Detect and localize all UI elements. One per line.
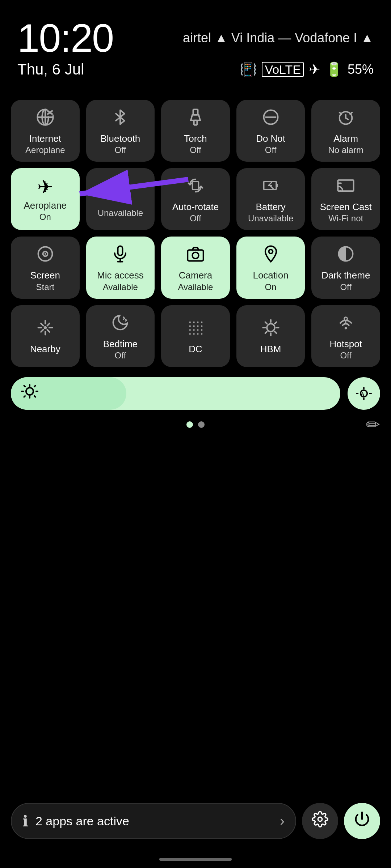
- bedtime-sublabel: Off: [115, 350, 126, 361]
- hotspot-label: Hotspot: [329, 339, 362, 350]
- screencast-label: Screen Cast: [320, 201, 372, 213]
- airplane-status-icon: ✈: [309, 61, 320, 77]
- svg-point-44: [197, 329, 198, 331]
- svg-line-57: [265, 322, 267, 324]
- wifi-unavail-sublabel: Unavailable: [98, 208, 143, 218]
- battery-icon: 🔋: [325, 61, 342, 77]
- battery-tile-icon: [261, 176, 280, 198]
- svg-point-40: [193, 325, 194, 327]
- tile-camera[interactable]: Camera Available: [161, 237, 230, 298]
- alarm-label: Alarm: [333, 133, 358, 144]
- battery-percent: 55%: [348, 62, 374, 77]
- tile-internet[interactable]: Internet Aeroplane: [11, 100, 80, 162]
- svg-point-52: [267, 324, 275, 332]
- tile-torch[interactable]: Torch Off: [161, 100, 230, 162]
- location-icon: [261, 244, 280, 266]
- tiles-grid: Internet Aeroplane Bluetooth Off Torch O: [11, 100, 380, 367]
- auto-brightness-button[interactable]: A: [348, 377, 380, 410]
- bedtime-icon: [111, 313, 130, 335]
- edit-button[interactable]: ✏: [366, 415, 380, 434]
- home-indicator: [159, 858, 232, 861]
- time-display: 10:20: [17, 18, 113, 58]
- tile-darktheme[interactable]: Dark theme Off: [311, 237, 380, 298]
- dc-label: DC: [189, 344, 202, 355]
- svg-point-46: [193, 333, 194, 335]
- internet-icon: [36, 108, 55, 129]
- autorotate-icon: [186, 176, 205, 198]
- active-apps-text: 2 apps are active: [35, 814, 273, 828]
- tile-screencast[interactable]: Screen Cast Wi-Fi not: [311, 168, 380, 230]
- svg-point-32: [192, 252, 198, 259]
- autorotate-label: Auto-rotate: [172, 201, 219, 213]
- bluetooth-label: Bluetooth: [100, 133, 140, 144]
- page-dot-1: [186, 421, 193, 428]
- battery-sublabel: Unavailable: [248, 213, 293, 224]
- page-navigation: ✏: [0, 421, 391, 428]
- camera-icon: [186, 244, 205, 266]
- tile-nearby[interactable]: Nearby: [11, 305, 80, 367]
- screen-label: Screen: [30, 270, 60, 281]
- donot-label: Do Not: [256, 133, 285, 144]
- tile-bedtime[interactable]: Bedtime Off: [86, 305, 155, 367]
- torch-sublabel: Off: [190, 145, 201, 155]
- tile-alarm[interactable]: Alarm No alarm: [311, 100, 380, 162]
- screen-icon: [36, 244, 55, 266]
- svg-point-24: [340, 190, 341, 192]
- brightness-icon: [21, 383, 38, 404]
- aeroplane-sublabel: On: [39, 212, 51, 222]
- internet-label: Internet: [29, 133, 61, 144]
- settings-button[interactable]: [302, 803, 338, 839]
- svg-text:A: A: [361, 391, 365, 397]
- tile-donot[interactable]: Do Not Off: [236, 100, 305, 162]
- power-button[interactable]: [344, 803, 380, 839]
- lte-icon: VoLTE: [262, 62, 304, 77]
- donot-icon: [261, 108, 280, 129]
- screen-sublabel: Start: [36, 282, 54, 292]
- active-apps-button[interactable]: ℹ 2 apps are active ›: [11, 803, 296, 839]
- tile-bluetooth[interactable]: Bluetooth Off: [86, 100, 155, 162]
- camera-sublabel: Available: [178, 282, 213, 292]
- darktheme-sublabel: Off: [340, 282, 352, 292]
- svg-rect-23: [338, 180, 354, 191]
- brightness-row: A: [11, 377, 380, 410]
- tile-hbm[interactable]: HBM: [236, 305, 305, 367]
- nearby-label: Nearby: [30, 344, 60, 355]
- svg-point-39: [189, 325, 191, 327]
- internet-sublabel: Aeroplane: [25, 145, 65, 155]
- svg-point-50: [201, 329, 202, 331]
- status-icons: 📳 VoLTE ✈ 🔋 55%: [240, 61, 374, 77]
- location-label: Location: [253, 270, 288, 281]
- svg-point-51: [201, 333, 202, 335]
- svg-point-33: [269, 250, 273, 254]
- darktheme-label: Dark theme: [321, 270, 370, 281]
- svg-line-60: [265, 331, 267, 333]
- aeroplane-label: Aeroplane: [24, 200, 67, 211]
- tile-wifi-unavail[interactable]: Unavailable: [86, 168, 155, 230]
- bottom-bar: ℹ 2 apps are active ›: [11, 803, 380, 839]
- svg-rect-28: [118, 246, 123, 256]
- tile-location[interactable]: Location On: [236, 237, 305, 298]
- donot-sublabel: Off: [265, 145, 277, 155]
- svg-point-37: [193, 321, 194, 323]
- tile-autorotate[interactable]: Auto-rotate Off: [161, 168, 230, 230]
- dc-icon: [186, 318, 205, 340]
- camera-label: Camera: [179, 270, 212, 281]
- bluetooth-icon: [111, 108, 130, 129]
- tile-hotspot[interactable]: Hotspot Off: [311, 305, 380, 367]
- status-bar: 10:20 airtel ▲ Vi India — Vodafone I ▲ T…: [0, 0, 391, 85]
- svg-point-69: [318, 817, 322, 821]
- tile-mic[interactable]: Mic access Available: [86, 237, 155, 298]
- svg-point-35: [43, 326, 47, 329]
- svg-point-14: [119, 196, 121, 197]
- hbm-label: HBM: [260, 344, 281, 355]
- carrier-info: airtel ▲ Vi India — Vodafone I ▲: [183, 30, 374, 46]
- battery-label: Battery: [256, 201, 285, 213]
- tile-battery[interactable]: Battery Unavailable: [236, 168, 305, 230]
- brightness-bar[interactable]: [11, 377, 340, 410]
- tile-dc[interactable]: DC: [161, 305, 230, 367]
- aeroplane-icon: ✈: [37, 178, 53, 196]
- tile-screen[interactable]: Screen Start: [11, 237, 80, 298]
- alarm-icon: [336, 108, 355, 129]
- tile-aeroplane[interactable]: ✈ Aeroplane On: [11, 168, 80, 230]
- svg-rect-7: [193, 109, 198, 115]
